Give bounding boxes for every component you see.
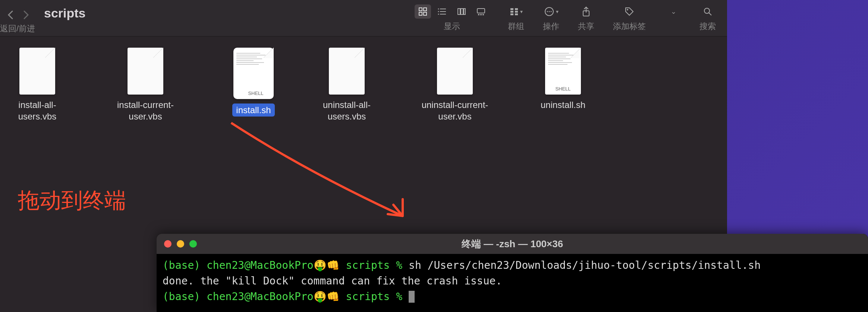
file-name: install-current-user.vbs	[101, 99, 190, 122]
nav-forward-button[interactable]	[19, 8, 33, 22]
file-name: uninstall-current-user.vbs	[410, 99, 500, 122]
terminal-titlebar[interactable]: 终端 — -zsh — 100×36	[157, 234, 868, 254]
search-button[interactable]	[699, 4, 716, 19]
terminal-window[interactable]: 终端 — -zsh — 100×36 (base) chen23@MacBook…	[157, 234, 868, 312]
svg-line-30	[709, 13, 711, 15]
column-view-button[interactable]	[453, 4, 470, 19]
file-item[interactable]: SHELL uninstall.sh	[533, 48, 593, 111]
svg-point-9	[438, 14, 439, 15]
more-group: ⌄	[664, 4, 681, 31]
file-item[interactable]: install-current-user.vbs	[101, 48, 190, 122]
svg-rect-0	[419, 8, 422, 11]
tag-button[interactable]	[621, 4, 638, 19]
terminal-title: 终端 — -zsh — 100×36	[462, 238, 563, 251]
finder-toolbar: 返回/前进 scripts	[0, 0, 727, 36]
svg-point-25	[548, 11, 550, 12]
group-button[interactable]: ▾	[508, 4, 524, 19]
window-title: scripts	[44, 6, 86, 20]
group-group: ▾ 群组	[508, 4, 524, 32]
svg-rect-1	[424, 8, 427, 11]
share-button[interactable]	[578, 4, 594, 19]
action-button[interactable]: ▾	[543, 4, 559, 19]
terminal-command: sh /Users/chen23/Downloads/jihuo-tool/sc…	[409, 259, 761, 271]
chevron-down-icon: ⌄	[671, 7, 676, 16]
list-view-button[interactable]	[434, 4, 450, 19]
action-group: ▾ 操作	[543, 4, 559, 32]
file-icon	[19, 48, 55, 95]
view-group: 显示	[415, 4, 489, 32]
svg-rect-15	[480, 14, 482, 15]
shell-badge: SHELL	[236, 90, 276, 96]
file-item[interactable]: uninstall-all-users.vbs	[317, 48, 377, 122]
terminal-body[interactable]: (base) chen23@MacBookPro🤑👊 scripts % sh …	[157, 254, 868, 308]
prompt-userhost: chen23@MacBookPro🤑👊	[207, 290, 340, 303]
search-group: 搜索	[699, 4, 716, 32]
view-label: 显示	[444, 21, 460, 32]
more-button[interactable]: ⌄	[664, 4, 681, 19]
file-icon	[437, 48, 473, 95]
file-item[interactable]: install-all-users.vbs	[7, 48, 67, 122]
share-group: 共享	[578, 4, 594, 32]
file-name: uninstall.sh	[541, 99, 585, 111]
group-label: 群组	[508, 21, 524, 32]
tag-group: 添加标签	[613, 4, 646, 32]
chevron-down-icon: ▾	[520, 9, 523, 15]
terminal-output: done. the "kill Dock" command can fix th…	[163, 275, 502, 287]
annotation-text: 拖动到终端	[18, 186, 126, 215]
svg-rect-2	[419, 12, 422, 15]
file-icon	[128, 48, 163, 95]
chevron-down-icon: ▾	[556, 9, 559, 15]
svg-point-26	[550, 11, 551, 12]
svg-rect-10	[458, 9, 460, 15]
svg-rect-17	[510, 8, 513, 10]
svg-rect-13	[477, 9, 485, 13]
minimize-button[interactable]	[177, 240, 184, 248]
prompt-symbol: %	[396, 290, 402, 303]
close-button[interactable]	[164, 240, 172, 248]
icon-view-button[interactable]	[415, 4, 431, 19]
prompt-dir: scripts	[346, 259, 390, 271]
prompt-symbol: %	[396, 259, 402, 271]
file-item-selected[interactable]: SHELL install.sh	[224, 48, 283, 117]
svg-rect-21	[510, 13, 513, 15]
share-label: 共享	[578, 21, 594, 32]
svg-point-8	[438, 11, 439, 12]
maximize-button[interactable]	[189, 240, 197, 248]
shell-file-icon: SHELL	[233, 48, 274, 99]
svg-point-24	[547, 11, 548, 12]
svg-rect-19	[510, 11, 513, 13]
prompt-env: (base)	[163, 290, 200, 303]
svg-point-29	[704, 8, 710, 13]
prompt-env: (base)	[163, 259, 200, 271]
prompt-dir: scripts	[346, 290, 390, 303]
svg-point-7	[438, 9, 439, 10]
shell-file-icon: SHELL	[545, 48, 581, 95]
svg-rect-11	[461, 9, 463, 15]
svg-rect-18	[515, 8, 518, 10]
svg-rect-20	[515, 11, 518, 13]
file-name: install.sh	[232, 104, 274, 117]
search-label: 搜索	[699, 21, 716, 32]
file-icon	[329, 48, 365, 95]
svg-rect-3	[424, 12, 427, 15]
svg-rect-16	[482, 14, 484, 15]
traffic-lights	[164, 240, 197, 248]
svg-point-28	[627, 9, 628, 10]
file-item[interactable]: uninstall-current-user.vbs	[410, 48, 500, 122]
shell-badge: SHELL	[545, 86, 581, 92]
action-label: 操作	[543, 21, 559, 32]
prompt-userhost: chen23@MacBookPro🤑👊	[207, 259, 340, 271]
tag-label: 添加标签	[613, 21, 646, 32]
terminal-cursor	[409, 291, 415, 303]
gallery-view-button[interactable]	[473, 4, 489, 19]
file-name: uninstall-all-users.vbs	[317, 99, 377, 122]
svg-rect-12	[464, 9, 465, 15]
svg-rect-14	[478, 14, 479, 15]
file-name: install-all-users.vbs	[7, 99, 67, 122]
nav-back-button[interactable]	[4, 8, 17, 22]
nav-label: 返回/前进	[0, 23, 35, 34]
svg-rect-22	[515, 13, 518, 15]
